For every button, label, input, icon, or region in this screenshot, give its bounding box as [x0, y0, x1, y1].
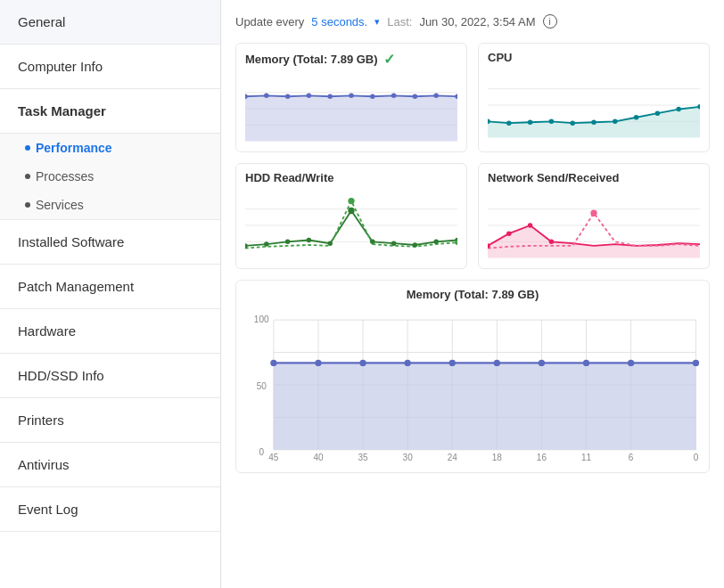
svg-point-8	[327, 94, 332, 99]
main-content: Update every 5 seconds. ▾ Last: Jun 30, …	[221, 0, 724, 588]
svg-point-75	[315, 360, 321, 366]
task-manager-sub-items: Performance Processes Services	[0, 134, 220, 220]
memory-check-icon: ✓	[383, 51, 395, 68]
svg-point-81	[583, 360, 589, 366]
svg-marker-3	[245, 95, 457, 141]
svg-point-76	[359, 360, 366, 366]
svg-point-7	[307, 94, 311, 98]
svg-text:45: 45	[268, 453, 279, 462]
svg-point-26	[634, 115, 638, 119]
memory-big-card: Memory (Total: 7.89 GB) 100 50 0	[235, 280, 710, 473]
sidebar-item-processes[interactable]: Processes	[0, 162, 220, 191]
sidebar: General Computer Info Task Manager Perfo…	[0, 0, 221, 588]
top-bar: Update every 5 seconds. ▾ Last: Jun 30, …	[235, 14, 710, 29]
network-card: Network Send/Received	[478, 163, 710, 269]
svg-point-52	[528, 223, 532, 227]
svg-text:35: 35	[358, 453, 368, 462]
svg-point-82	[628, 360, 634, 366]
inactive-dot-processes	[25, 174, 30, 179]
svg-text:50: 50	[257, 381, 267, 391]
network-chart	[488, 190, 700, 261]
svg-point-22	[549, 119, 554, 124]
svg-point-25	[613, 119, 617, 124]
hdd-title: HDD Read/Write	[245, 171, 457, 184]
svg-text:100: 100	[254, 314, 269, 324]
svg-text:6: 6	[629, 453, 634, 462]
svg-text:16: 16	[537, 453, 547, 462]
update-prefix-label: Update every	[235, 15, 304, 29]
svg-point-9	[349, 94, 353, 98]
svg-point-36	[307, 238, 311, 242]
topbar-separator: Last:	[387, 15, 412, 29]
svg-point-40	[391, 241, 396, 245]
memory-small-title: Memory (Total: 7.89 GB) ✓	[245, 51, 457, 68]
svg-point-35	[285, 240, 290, 244]
svg-marker-73	[274, 363, 696, 449]
active-dot	[25, 145, 30, 151]
last-value-label: Jun 30, 2022, 3:54 AM	[419, 15, 535, 29]
sidebar-item-computer-info[interactable]: Computer Info	[0, 45, 220, 89]
svg-point-39	[370, 240, 374, 244]
svg-point-5	[264, 94, 268, 98]
svg-point-13	[433, 94, 438, 98]
svg-point-28	[676, 107, 680, 111]
svg-text:11: 11	[581, 453, 592, 462]
svg-point-34	[264, 241, 268, 246]
svg-point-37	[327, 241, 332, 245]
svg-point-53	[549, 240, 554, 244]
sidebar-item-printers[interactable]: Printers	[0, 398, 220, 443]
sidebar-item-patch-management[interactable]: Patch Management	[0, 265, 220, 309]
svg-point-11	[391, 94, 396, 98]
svg-text:0: 0	[259, 447, 264, 457]
svg-point-74	[270, 360, 276, 366]
svg-point-79	[494, 360, 500, 366]
svg-point-20	[506, 120, 511, 125]
sidebar-item-services[interactable]: Services	[0, 191, 220, 219]
svg-point-24	[591, 119, 596, 124]
sidebar-item-general[interactable]: General	[0, 0, 220, 45]
svg-point-38	[348, 208, 354, 214]
svg-point-41	[413, 242, 417, 247]
sidebar-item-performance[interactable]: Performance	[0, 134, 220, 162]
memory-small-card: Memory (Total: 7.89 GB) ✓	[235, 43, 467, 152]
hdd-card: HDD Read/Write	[235, 163, 467, 269]
svg-point-54	[590, 210, 596, 216]
svg-point-80	[539, 360, 545, 366]
memory-big-chart: 100 50 0	[245, 305, 700, 465]
svg-point-12	[413, 94, 417, 99]
network-title: Network Send/Received	[488, 171, 700, 184]
svg-point-6	[285, 94, 290, 99]
svg-point-23	[570, 120, 574, 125]
svg-text:18: 18	[492, 453, 503, 462]
svg-point-83	[693, 360, 699, 366]
cpu-card: CPU	[478, 43, 710, 152]
svg-point-77	[405, 360, 411, 366]
sidebar-item-installed-software[interactable]: Installed Software	[0, 220, 220, 265]
svg-point-78	[449, 360, 456, 366]
svg-point-44	[348, 198, 354, 204]
sidebar-item-hardware[interactable]: Hardware	[0, 309, 220, 354]
memory-small-chart	[245, 73, 457, 144]
svg-point-27	[655, 110, 660, 115]
hdd-chart	[245, 190, 457, 261]
svg-point-21	[528, 119, 532, 124]
svg-point-51	[506, 231, 511, 235]
svg-text:30: 30	[403, 453, 414, 462]
svg-text:24: 24	[448, 453, 458, 462]
small-charts-grid: Memory (Total: 7.89 GB) ✓	[235, 43, 710, 269]
svg-text:40: 40	[313, 453, 324, 462]
svg-point-10	[370, 94, 374, 99]
sidebar-item-event-log[interactable]: Event Log	[0, 487, 220, 532]
sidebar-item-antivirus[interactable]: Antivirus	[0, 443, 220, 487]
update-dropdown[interactable]: ▾	[374, 16, 380, 28]
cpu-title: CPU	[488, 51, 700, 64]
sidebar-item-task-manager[interactable]: Task Manager	[0, 89, 220, 134]
inactive-dot-services	[25, 202, 30, 208]
memory-big-title: Memory (Total: 7.89 GB)	[245, 288, 700, 301]
svg-point-42	[433, 240, 438, 244]
sidebar-item-hdd-ssd[interactable]: HDD/SSD Info	[0, 354, 220, 398]
update-value-label: 5 seconds.	[311, 15, 367, 29]
cpu-chart	[488, 69, 700, 141]
svg-text:0: 0	[694, 453, 699, 462]
info-icon[interactable]: i	[543, 14, 557, 29]
